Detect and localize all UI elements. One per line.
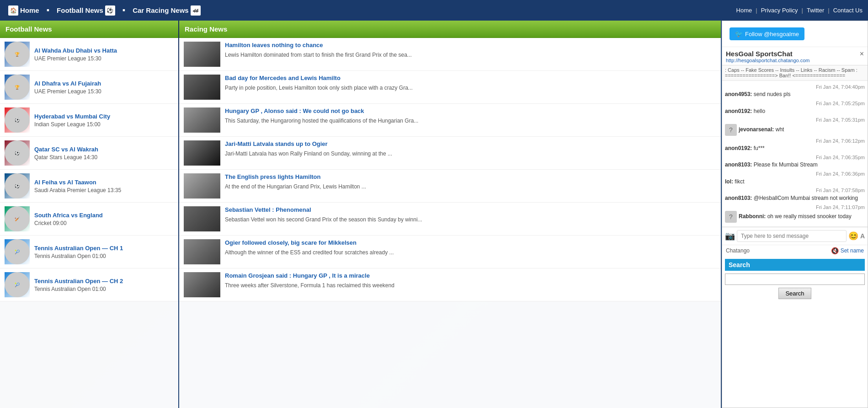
racing-column: Racing News Hamilton leaves nothing to c…: [179, 21, 721, 408]
match-title[interactable]: Hyderabad vs Mumbai City: [34, 113, 174, 120]
chatango-label: Chatango: [726, 247, 750, 254]
chat-timestamp: Fri Jan 24, 7:06:35pm: [725, 154, 865, 161]
match-item[interactable]: ⚽ Hyderabad vs Mumbai City Indian Super …: [0, 104, 178, 137]
match-subtitle: Qatar Stars League 14:30: [34, 154, 174, 161]
match-item[interactable]: ⚽ Al Feiha vs Al Taawon Saudi Arabia Pre…: [0, 170, 178, 203]
match-title[interactable]: Al Feiha vs Al Taawon: [34, 179, 174, 186]
match-title[interactable]: Al Wahda Abu Dhabi vs Hatta: [34, 47, 174, 54]
nav-link-twitter[interactable]: Twitter: [807, 7, 824, 14]
football-header: Football News: [0, 21, 178, 38]
news-title[interactable]: The English press lights Hamilton: [225, 173, 716, 181]
news-title[interactable]: Hamilton leaves nothing to chance: [225, 42, 716, 49]
match-logo: 🏆: [5, 42, 30, 67]
racing-news-item[interactable]: Sebastian Vettel : Phenomenal Sebastian …: [179, 203, 721, 236]
racing-news-item[interactable]: Romain Grosjean said : Hungary GP , It i…: [179, 268, 721, 301]
chat-timestamp: Fri Jan 24, 7:11:07pm: [725, 204, 865, 211]
chat-input-area: 📷 😊 A: [722, 227, 868, 245]
match-subtitle: Tennis Australian Open 01:00: [34, 286, 174, 292]
match-info: Tennis Australian Open — CH 1 Tennis Aus…: [34, 245, 174, 259]
news-content: Ogier followed closely, big scare for Mi…: [225, 239, 716, 257]
match-info: Tennis Australian Open — CH 2 Tennis Aus…: [34, 278, 174, 292]
nav-football[interactable]: Football News ⚽: [54, 5, 118, 16]
match-subtitle: Indian Super League 15:00: [34, 121, 174, 128]
font-icon[interactable]: A: [860, 232, 865, 240]
chat-avatar: ?: [725, 211, 737, 223]
nav-link-privacy[interactable]: Privacy Policy: [761, 7, 798, 14]
chat-message: Fri Jan 24, 7:04:19pmanon4953: I like pu…: [725, 81, 865, 82]
nav-link-contact[interactable]: Contact Us: [833, 7, 863, 14]
mute-icon[interactable]: 🔇: [831, 247, 839, 254]
news-title[interactable]: Sebastian Vettel : Phenomenal: [225, 206, 716, 214]
match-title[interactable]: Qatar SC vs Al Wakrah: [34, 146, 174, 153]
follow-label: Follow @hesgoalme: [745, 31, 799, 38]
match-info: Al Feiha vs Al Taawon Saudi Arabia Premi…: [34, 179, 174, 193]
match-logo: 🏏: [5, 206, 30, 231]
racing-news-item[interactable]: Hamilton leaves nothing to chance Lewis …: [179, 38, 721, 71]
nav-home-label: Home: [20, 6, 39, 14]
news-content: Jari-Matti Latvala stands up to Ogier Ja…: [225, 140, 716, 158]
match-title[interactable]: Tennis Australian Open — CH 2: [34, 278, 174, 285]
news-title[interactable]: Ogier followed closely, big scare for Mi…: [225, 239, 716, 247]
nav-home[interactable]: 🏠 Home: [5, 5, 42, 16]
match-item[interactable]: 🏏 South Africa vs England Cricket 09:00: [0, 203, 178, 236]
chat-message: Fri Jan 24, 7:05:25pmanon0192: hello: [725, 100, 865, 115]
news-thumbnail: [184, 239, 220, 264]
news-thumbnail: [184, 107, 220, 133]
news-content: Sebastian Vettel : Phenomenal Sebastian …: [225, 206, 716, 224]
emoji-icon[interactable]: 😊: [848, 231, 858, 241]
chat-message: Fri Jan 24, 7:06:12pmanon0192: fu***: [725, 138, 865, 152]
news-title[interactable]: Hungary GP , Alonso said : We could not …: [225, 107, 716, 115]
racing-news-item[interactable]: Jari-Matti Latvala stands up to Ogier Ja…: [179, 137, 721, 170]
match-subtitle: Cricket 09:00: [34, 220, 174, 226]
nav-carracing[interactable]: Car Racing News 🏎: [130, 5, 203, 16]
news-content: The English press lights Hamilton At the…: [225, 173, 716, 191]
nav-link-home[interactable]: Home: [736, 7, 752, 14]
car-icon: 🏎: [191, 5, 201, 16]
nav-carracing-label: Car Racing News: [133, 6, 189, 14]
content-area: Football News 🏆 Al Wahda Abu Dhabi vs Ha…: [0, 21, 868, 408]
match-subtitle: Tennis Australian Open 01:00: [34, 253, 174, 259]
chat-message: Fri Jan 24, 7:06:36pmlol: fikct: [725, 171, 865, 185]
search-button[interactable]: Search: [778, 288, 811, 299]
twitter-follow-button[interactable]: 🐦 Follow @hesgoalme: [730, 27, 804, 40]
search-section-header: Search: [725, 259, 865, 271]
racing-list: Hamilton leaves nothing to chance Lewis …: [179, 38, 721, 301]
chat-message: Fri Jan 24, 7:11:07pm?Rabbonni: oh we re…: [725, 204, 865, 223]
news-excerpt: Although the winner of the ES5 and credi…: [225, 249, 716, 257]
chat-text: wht: [776, 126, 784, 133]
chat-text: I like pu**y: [754, 81, 780, 81]
news-excerpt: At the end of the Hungarian Grand Prix, …: [225, 183, 716, 191]
chat-text: Please fix Mumbai Stream: [754, 161, 818, 168]
match-item[interactable]: 🎾 Tennis Australian Open — CH 1 Tennis A…: [0, 236, 178, 268]
nav-sep-1: ▪: [47, 5, 49, 15]
chat-message: Fri Jan 24, 7:05:31pm?jevonarsenal: wht: [725, 117, 865, 135]
chat-message-input[interactable]: [737, 230, 847, 242]
nav-right-sep3: |: [828, 7, 829, 14]
chat-text: fu***: [754, 145, 765, 151]
camera-icon: 📷: [725, 231, 735, 241]
match-item[interactable]: 🏆 Al Wahda Abu Dhabi vs Hatta UAE Premie…: [0, 38, 178, 71]
match-item[interactable]: ⚽ Qatar SC vs Al Wakrah Qatar Stars Leag…: [0, 137, 178, 170]
match-item[interactable]: 🎾 Tennis Australian Open — CH 2 Tennis A…: [0, 268, 178, 301]
match-title[interactable]: Al Dhafra vs Al Fujairah: [34, 80, 174, 87]
racing-news-item[interactable]: Bad day for Mercedes and Lewis Hamilto P…: [179, 71, 721, 104]
chat-search-input[interactable]: [725, 274, 865, 285]
match-item[interactable]: 🏆 Al Dhafra vs Al Fujairah UAE Premier L…: [0, 71, 178, 104]
racing-news-item[interactable]: The English press lights Hamilton At the…: [179, 170, 721, 203]
match-title[interactable]: Tennis Australian Open — CH 1: [34, 245, 174, 252]
news-title[interactable]: Jari-Matti Latvala stands up to Ogier: [225, 140, 716, 148]
news-thumbnail: [184, 173, 220, 199]
racing-news-item[interactable]: Hungary GP , Alonso said : We could not …: [179, 104, 721, 137]
chat-close-button[interactable]: ×: [860, 50, 864, 58]
racing-news-item[interactable]: Ogier followed closely, big scare for Mi…: [179, 236, 721, 268]
chat-text: send nudes pls: [754, 91, 791, 97]
chat-message: Fri Jan 24, 7:07:58pmanon8103: @HesballC…: [725, 187, 865, 202]
match-logo: 🏆: [5, 75, 30, 100]
news-title[interactable]: Bad day for Mercedes and Lewis Hamilto: [225, 75, 716, 82]
chat-username: lol:: [725, 178, 733, 185]
news-title[interactable]: Romain Grosjean said : Hungary GP , It i…: [225, 272, 716, 280]
match-title[interactable]: South Africa vs England: [34, 212, 174, 219]
set-name-label[interactable]: Set name: [841, 247, 864, 254]
chat-username: anon8103:: [725, 161, 752, 168]
chat-username: anon4953:: [725, 91, 752, 97]
